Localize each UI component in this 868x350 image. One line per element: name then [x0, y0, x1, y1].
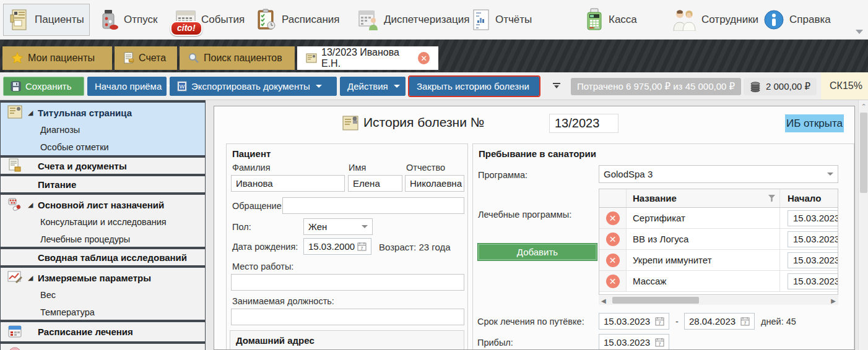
delete-row-icon[interactable]: ✕ [606, 275, 620, 288]
toolbar-overflow-icon[interactable] [553, 83, 560, 88]
sidebar-item-temperature[interactable]: Температура [1, 304, 205, 320]
topbar-item-label: Справка [789, 14, 831, 26]
calendar-icon[interactable]: 7 [357, 242, 367, 251]
filter-funnel-icon[interactable] [768, 194, 776, 202]
export-documents-button[interactable]: W Экспортировать документы [170, 77, 337, 96]
table-header-start[interactable]: Начало [780, 189, 838, 207]
expander-icon[interactable]: ◢ [28, 201, 33, 209]
case-history-panel: История болезни № 13/2023 ИБ открыта Пац… [214, 106, 855, 350]
program-label: Программа: [478, 170, 527, 180]
scroll-left-icon[interactable]: ◀ [601, 297, 606, 304]
table-horizontal-scrollbar[interactable]: ◀ ▶ [599, 296, 838, 305]
arrived-value: 15.03.2023 [604, 337, 650, 348]
delete-row-icon[interactable]: ✕ [606, 233, 620, 246]
topbar-item-schedules[interactable]: Расписания [256, 0, 339, 40]
topbar-overflow-caret[interactable] [856, 30, 863, 34]
case-number-field[interactable]: 13/2023 [549, 114, 618, 133]
sidebar-item-weight[interactable]: Вес [1, 286, 205, 304]
scroll-right-icon[interactable]: ▶ [831, 297, 836, 304]
column-header-label: Начало [788, 193, 821, 203]
button-label: Действия [347, 81, 388, 92]
expander-icon[interactable]: ◢ [28, 274, 33, 282]
expander-icon[interactable]: ◢ [28, 109, 33, 117]
topbar-item-help[interactable]: Справка [763, 0, 831, 40]
table-row[interactable]: ✕ ВВ из Логуса 15.03.2023 [599, 229, 838, 250]
tab-my-patients[interactable]: Мои пациенты [2, 46, 112, 70]
salutation-field[interactable] [282, 197, 464, 214]
birthdate-label: Дата рождения: [232, 242, 298, 252]
column-header-label: Название [633, 193, 677, 203]
sidebar-item-treatment-procedures[interactable]: Лечебные процедуры [1, 231, 205, 247]
start-visit-button[interactable]: Начало приёма [87, 77, 167, 96]
sidebar-item-observation-journal[interactable]: Журнал наблюдений [1, 344, 205, 350]
add-program-button[interactable]: Добавить [477, 243, 597, 261]
sidebar-item-main-prescription-sheet[interactable]: ◢ Основной лист назначений [1, 196, 205, 213]
table-header-name[interactable]: Название [627, 189, 780, 207]
program-start-date-field[interactable]: 15.03.2023 [788, 252, 838, 268]
surname-field[interactable]: Иванова [231, 175, 345, 192]
topbar-item-reports[interactable]: Отчёты [472, 0, 532, 40]
topbar-item-cashdesk[interactable]: Касса [585, 0, 637, 40]
tab-case-history[interactable]: 13/2023 Иванова Е.Н. ✕ [297, 46, 438, 70]
position-field[interactable] [231, 309, 464, 325]
sidebar-item-summary-table[interactable]: Сводная таблица исследований [1, 249, 205, 265]
calendar-icon[interactable]: 7 [655, 317, 664, 326]
save-button[interactable]: Сохранить [3, 77, 84, 96]
birthdate-field[interactable]: 15.03.2000 7 [303, 238, 371, 255]
sidebar-subitem-label: Лечебные процедуры [1, 234, 130, 244]
sidebar-item-nutrition[interactable]: Питание [1, 176, 205, 192]
sidebar-item-invoices-documents[interactable]: Счета и документы [1, 158, 205, 174]
salutation-label: Обращение: [232, 201, 284, 211]
program-select[interactable]: GolodSpa 3 [599, 165, 838, 183]
delete-row-icon[interactable]: ✕ [606, 211, 620, 225]
topbar-item-vacation[interactable]: Отпуск [99, 0, 157, 40]
close-tab-icon[interactable]: ✕ [418, 52, 430, 64]
table-row[interactable]: ✕ Укрепи иммунитет 15.03.2023 [599, 250, 838, 271]
delete-row-icon[interactable]: ✕ [606, 254, 620, 267]
topbar-item-events[interactable]: События cito! [175, 0, 245, 40]
program-start-date-field[interactable]: 15.03.2023 [788, 231, 838, 247]
table-row[interactable]: ✕ Массаж 15.03.2023 [599, 271, 838, 292]
sidebar-subitem-label: Особые отметки [1, 142, 109, 152]
table-header-actions [599, 189, 627, 207]
close-history-button[interactable]: Закрыть историю болезни [409, 77, 539, 96]
table-row[interactable]: ✕ Сертификат 15.03.2023 [599, 208, 838, 229]
sidebar-item-special-marks[interactable]: Особые отметки [1, 139, 205, 155]
scrollbar-thumb[interactable] [612, 297, 699, 304]
pills-icon [7, 197, 22, 212]
period-to-field[interactable]: 28.04.2023 7 [684, 313, 755, 330]
calendar-icon[interactable]: 7 [740, 317, 750, 326]
sidebar-navigation: ◢ Титульная страница Диагнозы Особые отм… [0, 100, 206, 350]
case-history-icon [342, 115, 360, 131]
sidebar-subitem-label: Диагнозы [1, 125, 80, 135]
actions-button[interactable]: Действия [340, 77, 406, 96]
program-start-date-field[interactable]: 15.03.2023 [788, 210, 838, 226]
scrollbar-thumb[interactable] [860, 113, 867, 193]
sidebar-item-treatment-schedule[interactable]: Расписание лечения [1, 322, 205, 341]
sidebar-item-measured-params[interactable]: ◢ Измеряемые параметры [1, 269, 205, 286]
program-start-date-field[interactable]: 15.03.2023 [788, 273, 838, 289]
program-value: GolodSpa 3 [604, 169, 653, 179]
chevron-down-icon [362, 225, 368, 228]
tab-invoices[interactable]: Счета [115, 46, 177, 70]
scroll-up-icon[interactable]: ⌃ [859, 101, 868, 111]
gender-select[interactable]: Жен [303, 218, 373, 235]
workplace-field[interactable] [231, 274, 464, 291]
sidebar-item-diagnoses[interactable]: Диагнозы [1, 121, 205, 139]
sidebar-group-title-page: ◢ Титульная страница Диагнозы Особые отм… [1, 103, 205, 155]
topbar-item-dispatch[interactable]: Диспетчеризация [358, 0, 469, 40]
calendar-icon[interactable]: 7 [655, 338, 664, 347]
arrived-date-field[interactable]: 15.03.2023 7 [599, 334, 669, 350]
tab-patient-search[interactable]: Поиск пациентов [180, 46, 295, 70]
svg-text:W: W [180, 83, 185, 90]
topbar-item-staff[interactable]: Сотрудники [672, 0, 758, 40]
sidebar-item-consultations[interactable]: Консультации и исследования [1, 213, 205, 231]
topbar-item-patients[interactable]: Пациенты [3, 4, 90, 36]
sidebar-item-title-page[interactable]: ◢ Титульная страница [1, 104, 205, 121]
patronymic-field[interactable]: Николаевна [405, 175, 464, 192]
staff-icon [672, 9, 697, 31]
period-from-field[interactable]: 15.03.2023 7 [599, 313, 669, 330]
vertical-scrollbar[interactable]: ⌃ [858, 100, 868, 350]
name-field[interactable]: Елена [348, 175, 402, 192]
stay-group-header: Пребывание в санатории [473, 144, 854, 159]
